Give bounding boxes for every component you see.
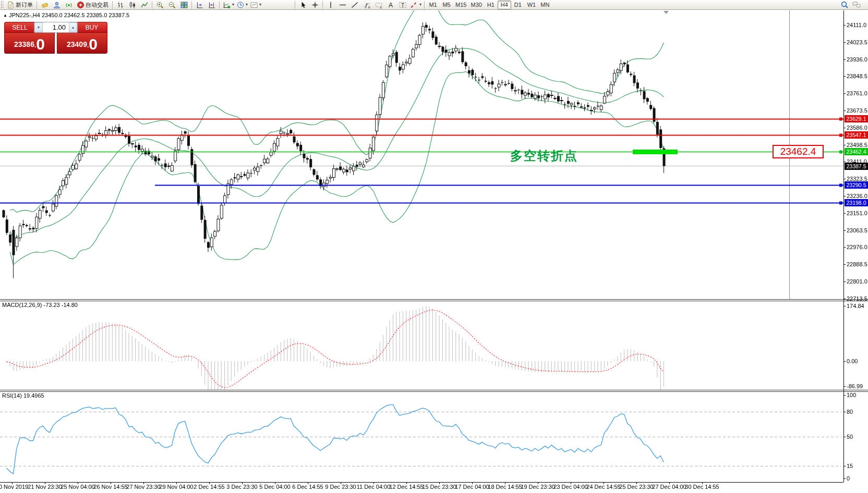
buy-price-big: 0 [89,36,98,52]
ohlc-header: ▲ JPN225-,H4 23450.0 23462.5 23385.0 233… [3,12,129,18]
collapse-icon[interactable]: ▲ [3,13,7,18]
price-callout-label: 23462.4 [773,145,824,158]
volume-stepper[interactable]: ▼ 1.00 ▲ [34,22,78,33]
buy-price-panel[interactable]: 23409.0 [57,32,107,54]
open-value: 23450.0 [42,12,63,18]
volume-value[interactable]: 1.00 [43,22,69,32]
volume-decrease-button[interactable]: ▼ [34,22,43,32]
low-value: 23385.0 [87,12,107,18]
one-click-trading-widget: SELL BUY ▼ 1.00 ▲ 23386.0 23409.0 [4,22,107,54]
high-value: 23462.5 [64,12,85,18]
symbol-period-label: JPN225-,H4 [9,12,40,18]
chart-canvas[interactable] [0,0,868,493]
sell-price-big: 0 [36,36,45,52]
chart-annotation-text: 多空转折点 [510,147,578,164]
mt4-window: 新订单 自动交易 ▾ ▾ ▾ ƒE F A T ▾ [0,0,868,493]
sell-price-base: 23386 [14,36,34,52]
rsi-indicator-label: RSI(14) 19.4965 [2,392,44,399]
close-value: 23387.5 [108,12,129,18]
sell-button[interactable]: SELL [4,22,35,33]
volume-increase-button[interactable]: ▲ [69,22,77,32]
buy-button[interactable]: BUY [76,22,107,33]
buy-price-base: 23409 [67,36,87,52]
macd-indicator-label: MACD(12,26,9) -73.23 -14.80 [2,302,78,308]
sell-price-panel[interactable]: 23386.0 [4,32,55,54]
